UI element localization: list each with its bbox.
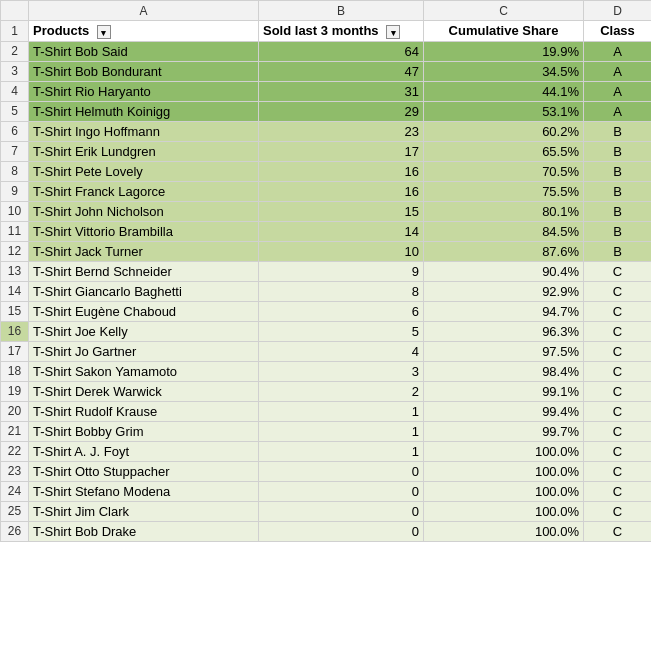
row-num-17: 17 bbox=[1, 341, 29, 361]
column-letters-row: A B C D bbox=[1, 1, 652, 21]
cell-cum-share: 80.1% bbox=[424, 201, 584, 221]
cell-sold: 23 bbox=[259, 121, 424, 141]
cell-product: T-Shirt Bernd Schneider bbox=[29, 261, 259, 281]
cell-class: B bbox=[584, 221, 652, 241]
cell-sold: 15 bbox=[259, 201, 424, 221]
cell-class: C bbox=[584, 321, 652, 341]
col-d-header[interactable]: D bbox=[584, 1, 652, 21]
header-cum-share: Cumulative Share bbox=[424, 21, 584, 42]
table-row: 10T-Shirt John Nicholson1580.1%B bbox=[1, 201, 652, 221]
cell-cum-share: 84.5% bbox=[424, 221, 584, 241]
cell-cum-share: 44.1% bbox=[424, 81, 584, 101]
table-row: 14T-Shirt Giancarlo Baghetti892.9%C bbox=[1, 281, 652, 301]
cell-class: B bbox=[584, 241, 652, 261]
row-num-13: 13 bbox=[1, 261, 29, 281]
cell-cum-share: 97.5% bbox=[424, 341, 584, 361]
header-class: Class bbox=[584, 21, 652, 42]
filter-products-button[interactable]: ▾ bbox=[97, 25, 111, 39]
cell-product: T-Shirt A. J. Foyt bbox=[29, 441, 259, 461]
table-row: 5T-Shirt Helmuth Koinigg2953.1%A bbox=[1, 101, 652, 121]
row-num-16: 16 bbox=[1, 321, 29, 341]
table-row: 11T-Shirt Vittorio Brambilla1484.5%B bbox=[1, 221, 652, 241]
cell-cum-share: 100.0% bbox=[424, 501, 584, 521]
cell-class: B bbox=[584, 141, 652, 161]
row-num-8: 8 bbox=[1, 161, 29, 181]
cell-sold: 8 bbox=[259, 281, 424, 301]
table-row: 4T-Shirt Rio Haryanto3144.1%A bbox=[1, 81, 652, 101]
cell-cum-share: 100.0% bbox=[424, 521, 584, 541]
table-row: 19T-Shirt Derek Warwick299.1%C bbox=[1, 381, 652, 401]
cell-sold: 29 bbox=[259, 101, 424, 121]
col-b-header[interactable]: B bbox=[259, 1, 424, 21]
cell-product: T-Shirt Otto Stuppacher bbox=[29, 461, 259, 481]
cell-cum-share: 87.6% bbox=[424, 241, 584, 261]
cell-class: B bbox=[584, 161, 652, 181]
cell-cum-share: 34.5% bbox=[424, 61, 584, 81]
cell-product: T-Shirt Sakon Yamamoto bbox=[29, 361, 259, 381]
row-num-24: 24 bbox=[1, 481, 29, 501]
header-products: Products ▾ bbox=[29, 21, 259, 42]
cell-product: T-Shirt Erik Lundgren bbox=[29, 141, 259, 161]
cell-sold: 1 bbox=[259, 441, 424, 461]
row-num-7: 7 bbox=[1, 141, 29, 161]
table-row: 26T-Shirt Bob Drake0100.0%C bbox=[1, 521, 652, 541]
table-row: 12T-Shirt Jack Turner1087.6%B bbox=[1, 241, 652, 261]
col-a-header[interactable]: A bbox=[29, 1, 259, 21]
cell-sold: 47 bbox=[259, 61, 424, 81]
table-row: 9T-Shirt Franck Lagorce1675.5%B bbox=[1, 181, 652, 201]
cell-product: T-Shirt John Nicholson bbox=[29, 201, 259, 221]
table-row: 6T-Shirt Ingo Hoffmann2360.2%B bbox=[1, 121, 652, 141]
cell-sold: 17 bbox=[259, 141, 424, 161]
cell-product: T-Shirt Vittorio Brambilla bbox=[29, 221, 259, 241]
cell-sold: 6 bbox=[259, 301, 424, 321]
cell-sold: 4 bbox=[259, 341, 424, 361]
cell-sold: 0 bbox=[259, 481, 424, 501]
cell-cum-share: 99.7% bbox=[424, 421, 584, 441]
table-row: 7T-Shirt Erik Lundgren1765.5%B bbox=[1, 141, 652, 161]
cell-product: T-Shirt Jo Gartner bbox=[29, 341, 259, 361]
cell-class: C bbox=[584, 461, 652, 481]
filter-sold-button[interactable]: ▾ bbox=[386, 25, 400, 39]
cell-class: C bbox=[584, 261, 652, 281]
cell-product: T-Shirt Joe Kelly bbox=[29, 321, 259, 341]
row-num-19: 19 bbox=[1, 381, 29, 401]
cell-cum-share: 94.7% bbox=[424, 301, 584, 321]
col-c-header[interactable]: C bbox=[424, 1, 584, 21]
cell-sold: 10 bbox=[259, 241, 424, 261]
cell-cum-share: 65.5% bbox=[424, 141, 584, 161]
cell-sold: 0 bbox=[259, 461, 424, 481]
cell-sold: 0 bbox=[259, 521, 424, 541]
cell-class: C bbox=[584, 481, 652, 501]
cell-product: T-Shirt Bob Bondurant bbox=[29, 61, 259, 81]
cell-class: A bbox=[584, 61, 652, 81]
table-row: 25T-Shirt Jim Clark0100.0%C bbox=[1, 501, 652, 521]
row-num-5: 5 bbox=[1, 101, 29, 121]
row-num-11: 11 bbox=[1, 221, 29, 241]
table-row: 16T-Shirt Joe Kelly596.3%C bbox=[1, 321, 652, 341]
cell-product: T-Shirt Pete Lovely bbox=[29, 161, 259, 181]
row-num-22: 22 bbox=[1, 441, 29, 461]
cell-class: C bbox=[584, 521, 652, 541]
row-num-25: 25 bbox=[1, 501, 29, 521]
cell-cum-share: 75.5% bbox=[424, 181, 584, 201]
cell-sold: 64 bbox=[259, 41, 424, 61]
cell-product: T-Shirt Bob Drake bbox=[29, 521, 259, 541]
cell-product: T-Shirt Jim Clark bbox=[29, 501, 259, 521]
row-num-9: 9 bbox=[1, 181, 29, 201]
cell-product: T-Shirt Jack Turner bbox=[29, 241, 259, 261]
cell-cum-share: 99.1% bbox=[424, 381, 584, 401]
cell-class: C bbox=[584, 501, 652, 521]
row-num-14: 14 bbox=[1, 281, 29, 301]
cell-cum-share: 100.0% bbox=[424, 481, 584, 501]
cell-product: T-Shirt Rudolf Krause bbox=[29, 401, 259, 421]
cell-product: T-Shirt Bobby Grim bbox=[29, 421, 259, 441]
row-num-18: 18 bbox=[1, 361, 29, 381]
table-row: 8T-Shirt Pete Lovely1670.5%B bbox=[1, 161, 652, 181]
cell-class: C bbox=[584, 301, 652, 321]
row-1: 1 Products ▾ Sold last 3 months ▾ Cumula… bbox=[1, 21, 652, 42]
table-row: 17T-Shirt Jo Gartner497.5%C bbox=[1, 341, 652, 361]
corner-cell bbox=[1, 1, 29, 21]
cell-class: C bbox=[584, 381, 652, 401]
cell-product: T-Shirt Franck Lagorce bbox=[29, 181, 259, 201]
cell-sold: 16 bbox=[259, 161, 424, 181]
